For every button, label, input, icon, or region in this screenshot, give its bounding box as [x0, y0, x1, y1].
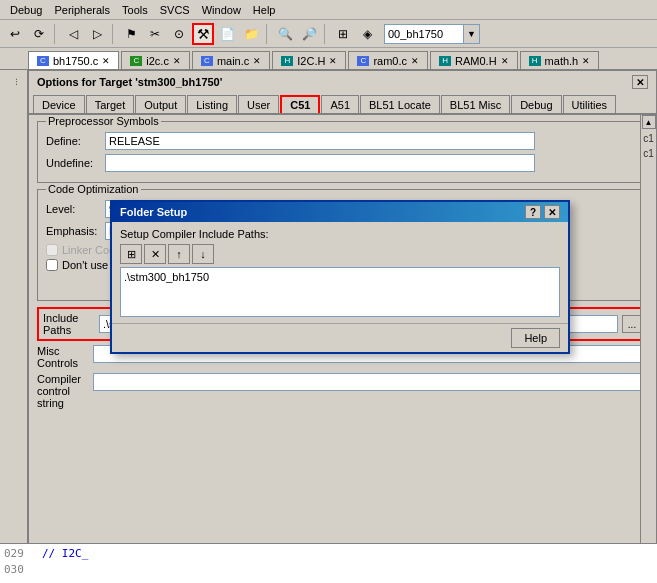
- left-sidebar: ...: [0, 70, 28, 583]
- paths-label: Paths: [43, 324, 95, 336]
- menu-help[interactable]: Help: [247, 2, 282, 18]
- filetab-icon-bh1750: C: [37, 56, 49, 66]
- tab-device[interactable]: Device: [33, 95, 85, 113]
- close-tab-main[interactable]: ✕: [253, 56, 261, 66]
- misc-label-container: Misc Controls: [37, 345, 89, 369]
- flag-button[interactable]: ⚑: [120, 23, 142, 45]
- tab-main[interactable]: C main.c ✕: [192, 51, 270, 69]
- code-text-1: // I2C_: [42, 546, 88, 562]
- folder-title-buttons: ? ✕: [525, 205, 560, 219]
- folder-list-item: .\stm300_bh1750: [124, 271, 556, 283]
- filetab-label-mathh: math.h: [545, 55, 579, 67]
- bottom-code-area: 029 // I2C_ 030: [0, 543, 657, 583]
- tab-target[interactable]: Target: [86, 95, 135, 113]
- folder-close-btn[interactable]: ✕: [544, 205, 560, 219]
- folder-help-btn[interactable]: ?: [525, 205, 541, 219]
- copy-button[interactable]: ⊙: [168, 23, 190, 45]
- close-tab-ram0c[interactable]: ✕: [411, 56, 419, 66]
- tab-bl51-locate[interactable]: BL51 Locate: [360, 95, 440, 113]
- menu-window[interactable]: Window: [196, 2, 247, 18]
- menu-peripherals[interactable]: Peripherals: [48, 2, 116, 18]
- tab-i2c[interactable]: C i2c.c ✕: [121, 51, 190, 69]
- forward-button[interactable]: ▷: [86, 23, 108, 45]
- toolbar-sep3: [266, 24, 270, 44]
- folder-dialog-title: Folder Setup: [120, 206, 187, 218]
- extra1-button[interactable]: ⊞: [332, 23, 354, 45]
- build-button[interactable]: ⚒: [192, 23, 214, 45]
- search-button[interactable]: 🔍: [274, 23, 296, 45]
- filetab-label-ram0c: ram0.c: [373, 55, 407, 67]
- filetab-label-bh1750: bh1750.c: [53, 55, 98, 67]
- folder-add-btn[interactable]: ⊞: [120, 244, 142, 264]
- level-label: Level:: [46, 203, 101, 215]
- target-dropdown[interactable]: 00_bh1750: [384, 24, 464, 44]
- toolbar: ↩ ⟳ ◁ ▷ ⚑ ✂ ⊙ ⚒ 📄 📁 🔍 🔎 ⊞ ◈ 00_bh1750 ▼: [0, 20, 657, 48]
- tab-mathh[interactable]: H math.h ✕: [520, 51, 600, 69]
- close-tab-mathh[interactable]: ✕: [582, 56, 590, 66]
- file-tabs-bar: C bh1750.c ✕ C i2c.c ✕ C main.c ✕ H I2C.…: [0, 48, 657, 70]
- line-num-2: 030: [4, 562, 34, 578]
- tab-ram0h[interactable]: H RAM0.H ✕: [430, 51, 518, 69]
- menubar: Debug Peripherals Tools SVCS Window Help: [0, 0, 657, 20]
- no-absolute-checkbox[interactable]: [46, 259, 58, 271]
- folder-up-btn[interactable]: ↑: [168, 244, 190, 264]
- define-input[interactable]: [105, 132, 535, 150]
- tab-utilities[interactable]: Utilities: [563, 95, 616, 113]
- dialog-close-button[interactable]: ✕: [632, 75, 648, 89]
- menu-svcs[interactable]: SVCS: [154, 2, 196, 18]
- close-tab-ram0h[interactable]: ✕: [501, 56, 509, 66]
- compiler-label-container: Compiler control string: [37, 373, 89, 409]
- filetab-icon-ram0h: H: [439, 56, 451, 66]
- filetab-icon-ram0c: C: [357, 56, 369, 66]
- tab-output[interactable]: Output: [135, 95, 186, 113]
- toolbar-sep4: [324, 24, 328, 44]
- redo-button[interactable]: ⟳: [28, 23, 50, 45]
- linker-packing-checkbox: [46, 244, 58, 256]
- folder-dialog-body: Setup Compiler Include Paths: ⊞ ✕ ↑ ↓ .\…: [112, 222, 568, 323]
- tab-a51[interactable]: A51: [321, 95, 359, 113]
- folder-down-btn[interactable]: ↓: [192, 244, 214, 264]
- undefine-input[interactable]: [105, 154, 535, 172]
- define-label: Define:: [46, 135, 101, 147]
- tab-c51[interactable]: C51: [280, 95, 320, 113]
- close-tab-i2ch[interactable]: ✕: [329, 56, 337, 66]
- compiler-string-input[interactable]: [93, 373, 648, 391]
- dialog-tab-row: Device Target Output Listing User C51 A5…: [29, 93, 656, 115]
- folder-footer-help-btn[interactable]: Help: [511, 328, 560, 348]
- code-opt-label: Code Optimization: [46, 183, 141, 195]
- tab-bh1750[interactable]: C bh1750.c ✕: [28, 51, 119, 69]
- target-dropdown-arrow[interactable]: ▼: [464, 24, 480, 44]
- scroll-up-button[interactable]: ▲: [642, 115, 656, 129]
- misc-label: Misc: [37, 345, 89, 357]
- tab-ram0c[interactable]: C ram0.c ✕: [348, 51, 428, 69]
- tab-debug[interactable]: Debug: [511, 95, 561, 113]
- file-button[interactable]: 📄: [216, 23, 238, 45]
- menu-tools[interactable]: Tools: [116, 2, 154, 18]
- filetab-icon-i2c: C: [130, 56, 142, 66]
- filetab-icon-mathh: H: [529, 56, 541, 66]
- line-num-1: 029: [4, 546, 34, 562]
- extra2-button[interactable]: ◈: [356, 23, 378, 45]
- close-tab-i2c[interactable]: ✕: [173, 56, 181, 66]
- undo-button[interactable]: ↩: [4, 23, 26, 45]
- folder-delete-btn[interactable]: ✕: [144, 244, 166, 264]
- compiler-row: Compiler control string: [37, 373, 648, 409]
- right-labels: c1 c1: [641, 129, 656, 568]
- browse-button[interactable]: ...: [622, 315, 642, 333]
- cut-button[interactable]: ✂: [144, 23, 166, 45]
- tab-user[interactable]: User: [238, 95, 279, 113]
- folder-setup-label: Setup Compiler Include Paths:: [120, 228, 560, 240]
- filetab-icon-i2ch: H: [281, 56, 293, 66]
- tab-i2ch[interactable]: H I2C.H ✕: [272, 51, 346, 69]
- folder-list[interactable]: .\stm300_bh1750: [120, 267, 560, 317]
- tab-bl51-misc[interactable]: BL51 Misc: [441, 95, 510, 113]
- tab-listing[interactable]: Listing: [187, 95, 237, 113]
- compiler-control-label: control: [37, 385, 89, 397]
- magnify-button[interactable]: 🔎: [298, 23, 320, 45]
- close-tab-bh1750[interactable]: ✕: [102, 56, 110, 66]
- folder-footer: Help: [112, 323, 568, 352]
- menu-debug[interactable]: Debug: [4, 2, 48, 18]
- folder-button[interactable]: 📁: [240, 23, 262, 45]
- back-button[interactable]: ◁: [62, 23, 84, 45]
- define-row: Define:: [46, 132, 639, 150]
